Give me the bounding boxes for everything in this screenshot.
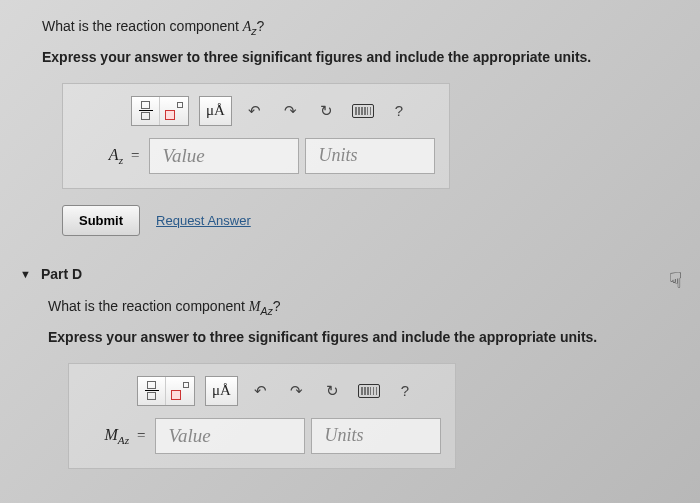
fraction-button[interactable] [138, 377, 166, 405]
redo-icon: ↷ [290, 382, 303, 400]
fraction-button[interactable] [132, 97, 160, 125]
reset-icon: ↻ [326, 382, 339, 400]
keyboard-button[interactable] [350, 98, 376, 124]
variable-label: Az [77, 146, 123, 166]
question-text: What is the reaction component Az? [42, 18, 672, 37]
instruction-text: Express your answer to three significant… [48, 329, 672, 345]
answer-box: μÅ ↶ ↷ ↻ ? MAz = [68, 363, 456, 469]
undo-button[interactable]: ↶ [242, 98, 268, 124]
fraction-icon [145, 381, 159, 400]
redo-button[interactable]: ↷ [278, 98, 304, 124]
answer-box: μÅ ↶ ↷ ↻ ? Az = [62, 83, 450, 189]
help-button[interactable]: ? [386, 98, 412, 124]
exponent-button[interactable] [160, 97, 188, 125]
collapse-caret-icon: ▼ [20, 268, 31, 280]
part-d-header[interactable]: ▼ Part D [20, 266, 672, 282]
answer-toolbar: μÅ ↶ ↷ ↻ ? [131, 96, 435, 126]
redo-icon: ↷ [284, 102, 297, 120]
redo-button[interactable]: ↷ [284, 378, 310, 404]
units-input[interactable]: Units [311, 418, 441, 454]
units-input[interactable]: Units [305, 138, 435, 174]
units-symbol-button[interactable]: μÅ [206, 377, 237, 405]
reset-button[interactable]: ↻ [320, 378, 346, 404]
value-input[interactable]: Value [155, 418, 305, 454]
exponent-icon [171, 382, 189, 400]
fraction-icon [139, 101, 153, 120]
keyboard-button[interactable] [356, 378, 382, 404]
part-d-question: What is the reaction component MAz? Expr… [48, 298, 672, 469]
question-text: What is the reaction component MAz? [48, 298, 672, 317]
keyboard-icon [352, 104, 374, 118]
undo-icon: ↶ [248, 102, 261, 120]
undo-icon: ↶ [254, 382, 267, 400]
reset-icon: ↻ [320, 102, 333, 120]
part-title: Part D [41, 266, 82, 282]
keyboard-icon [358, 384, 380, 398]
exponent-icon [165, 102, 183, 120]
value-input[interactable]: Value [149, 138, 299, 174]
submit-button[interactable]: Submit [62, 205, 140, 236]
exponent-button[interactable] [166, 377, 194, 405]
equals-sign: = [131, 147, 139, 164]
request-answer-link[interactable]: Request Answer [156, 213, 251, 228]
variable-label: MAz [83, 426, 129, 446]
part-c-question: What is the reaction component Az? Expre… [42, 18, 672, 236]
cursor-icon: ☟ [669, 268, 682, 294]
instruction-text: Express your answer to three significant… [42, 49, 672, 65]
equals-sign: = [137, 427, 145, 444]
answer-toolbar: μÅ ↶ ↷ ↻ ? [137, 376, 441, 406]
units-symbol-button[interactable]: μÅ [200, 97, 231, 125]
undo-button[interactable]: ↶ [248, 378, 274, 404]
help-button[interactable]: ? [392, 378, 418, 404]
reset-button[interactable]: ↻ [314, 98, 340, 124]
